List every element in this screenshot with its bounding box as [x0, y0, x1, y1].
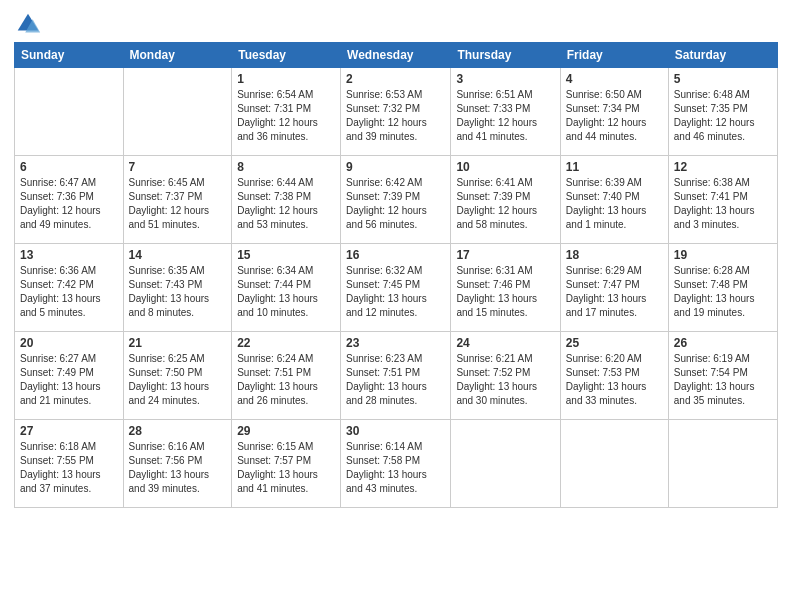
day-info: Sunrise: 6:32 AM Sunset: 7:45 PM Dayligh…: [346, 264, 445, 320]
day-info: Sunrise: 6:28 AM Sunset: 7:48 PM Dayligh…: [674, 264, 772, 320]
calendar-cell: 9Sunrise: 6:42 AM Sunset: 7:39 PM Daylig…: [341, 156, 451, 244]
day-number: 26: [674, 336, 772, 350]
day-info: Sunrise: 6:25 AM Sunset: 7:50 PM Dayligh…: [129, 352, 227, 408]
day-number: 7: [129, 160, 227, 174]
day-info: Sunrise: 6:31 AM Sunset: 7:46 PM Dayligh…: [456, 264, 554, 320]
day-number: 30: [346, 424, 445, 438]
calendar-cell: 22Sunrise: 6:24 AM Sunset: 7:51 PM Dayli…: [232, 332, 341, 420]
week-row-3: 13Sunrise: 6:36 AM Sunset: 7:42 PM Dayli…: [15, 244, 778, 332]
day-number: 29: [237, 424, 335, 438]
day-info: Sunrise: 6:38 AM Sunset: 7:41 PM Dayligh…: [674, 176, 772, 232]
calendar-cell: 1Sunrise: 6:54 AM Sunset: 7:31 PM Daylig…: [232, 68, 341, 156]
day-info: Sunrise: 6:16 AM Sunset: 7:56 PM Dayligh…: [129, 440, 227, 496]
day-number: 4: [566, 72, 663, 86]
calendar-cell: 6Sunrise: 6:47 AM Sunset: 7:36 PM Daylig…: [15, 156, 124, 244]
day-number: 18: [566, 248, 663, 262]
day-info: Sunrise: 6:48 AM Sunset: 7:35 PM Dayligh…: [674, 88, 772, 144]
day-info: Sunrise: 6:21 AM Sunset: 7:52 PM Dayligh…: [456, 352, 554, 408]
weekday-header-monday: Monday: [123, 43, 232, 68]
calendar-cell: 12Sunrise: 6:38 AM Sunset: 7:41 PM Dayli…: [668, 156, 777, 244]
calendar-cell: 23Sunrise: 6:23 AM Sunset: 7:51 PM Dayli…: [341, 332, 451, 420]
weekday-header-tuesday: Tuesday: [232, 43, 341, 68]
day-number: 3: [456, 72, 554, 86]
day-info: Sunrise: 6:18 AM Sunset: 7:55 PM Dayligh…: [20, 440, 118, 496]
calendar-cell: [668, 420, 777, 508]
calendar-cell: 17Sunrise: 6:31 AM Sunset: 7:46 PM Dayli…: [451, 244, 560, 332]
logo: [14, 10, 46, 38]
day-info: Sunrise: 6:47 AM Sunset: 7:36 PM Dayligh…: [20, 176, 118, 232]
day-number: 2: [346, 72, 445, 86]
day-info: Sunrise: 6:24 AM Sunset: 7:51 PM Dayligh…: [237, 352, 335, 408]
week-row-5: 27Sunrise: 6:18 AM Sunset: 7:55 PM Dayli…: [15, 420, 778, 508]
day-number: 9: [346, 160, 445, 174]
day-info: Sunrise: 6:44 AM Sunset: 7:38 PM Dayligh…: [237, 176, 335, 232]
weekday-header-thursday: Thursday: [451, 43, 560, 68]
calendar-cell: [560, 420, 668, 508]
calendar-cell: [451, 420, 560, 508]
day-info: Sunrise: 6:29 AM Sunset: 7:47 PM Dayligh…: [566, 264, 663, 320]
day-number: 12: [674, 160, 772, 174]
day-number: 25: [566, 336, 663, 350]
week-row-2: 6Sunrise: 6:47 AM Sunset: 7:36 PM Daylig…: [15, 156, 778, 244]
calendar-cell: 29Sunrise: 6:15 AM Sunset: 7:57 PM Dayli…: [232, 420, 341, 508]
week-row-1: 1Sunrise: 6:54 AM Sunset: 7:31 PM Daylig…: [15, 68, 778, 156]
calendar-cell: 10Sunrise: 6:41 AM Sunset: 7:39 PM Dayli…: [451, 156, 560, 244]
calendar-cell: 8Sunrise: 6:44 AM Sunset: 7:38 PM Daylig…: [232, 156, 341, 244]
calendar-cell: 28Sunrise: 6:16 AM Sunset: 7:56 PM Dayli…: [123, 420, 232, 508]
day-number: 8: [237, 160, 335, 174]
calendar-cell: 20Sunrise: 6:27 AM Sunset: 7:49 PM Dayli…: [15, 332, 124, 420]
calendar-cell: 11Sunrise: 6:39 AM Sunset: 7:40 PM Dayli…: [560, 156, 668, 244]
day-number: 13: [20, 248, 118, 262]
day-number: 20: [20, 336, 118, 350]
day-number: 27: [20, 424, 118, 438]
calendar-cell: 26Sunrise: 6:19 AM Sunset: 7:54 PM Dayli…: [668, 332, 777, 420]
day-number: 16: [346, 248, 445, 262]
day-info: Sunrise: 6:19 AM Sunset: 7:54 PM Dayligh…: [674, 352, 772, 408]
calendar-cell: 3Sunrise: 6:51 AM Sunset: 7:33 PM Daylig…: [451, 68, 560, 156]
calendar-cell: 2Sunrise: 6:53 AM Sunset: 7:32 PM Daylig…: [341, 68, 451, 156]
calendar-cell: 19Sunrise: 6:28 AM Sunset: 7:48 PM Dayli…: [668, 244, 777, 332]
day-info: Sunrise: 6:35 AM Sunset: 7:43 PM Dayligh…: [129, 264, 227, 320]
day-number: 5: [674, 72, 772, 86]
day-info: Sunrise: 6:53 AM Sunset: 7:32 PM Dayligh…: [346, 88, 445, 144]
day-number: 15: [237, 248, 335, 262]
weekday-header-row: SundayMondayTuesdayWednesdayThursdayFrid…: [15, 43, 778, 68]
day-info: Sunrise: 6:45 AM Sunset: 7:37 PM Dayligh…: [129, 176, 227, 232]
weekday-header-saturday: Saturday: [668, 43, 777, 68]
day-info: Sunrise: 6:54 AM Sunset: 7:31 PM Dayligh…: [237, 88, 335, 144]
day-number: 10: [456, 160, 554, 174]
day-info: Sunrise: 6:51 AM Sunset: 7:33 PM Dayligh…: [456, 88, 554, 144]
page: SundayMondayTuesdayWednesdayThursdayFrid…: [0, 0, 792, 612]
calendar-cell: 16Sunrise: 6:32 AM Sunset: 7:45 PM Dayli…: [341, 244, 451, 332]
day-info: Sunrise: 6:23 AM Sunset: 7:51 PM Dayligh…: [346, 352, 445, 408]
calendar-cell: 21Sunrise: 6:25 AM Sunset: 7:50 PM Dayli…: [123, 332, 232, 420]
calendar-cell: 4Sunrise: 6:50 AM Sunset: 7:34 PM Daylig…: [560, 68, 668, 156]
calendar-cell: [15, 68, 124, 156]
calendar-cell: [123, 68, 232, 156]
day-number: 19: [674, 248, 772, 262]
calendar-cell: 15Sunrise: 6:34 AM Sunset: 7:44 PM Dayli…: [232, 244, 341, 332]
day-info: Sunrise: 6:34 AM Sunset: 7:44 PM Dayligh…: [237, 264, 335, 320]
day-info: Sunrise: 6:41 AM Sunset: 7:39 PM Dayligh…: [456, 176, 554, 232]
day-info: Sunrise: 6:15 AM Sunset: 7:57 PM Dayligh…: [237, 440, 335, 496]
calendar-cell: 5Sunrise: 6:48 AM Sunset: 7:35 PM Daylig…: [668, 68, 777, 156]
header: [14, 10, 778, 38]
day-info: Sunrise: 6:20 AM Sunset: 7:53 PM Dayligh…: [566, 352, 663, 408]
day-number: 23: [346, 336, 445, 350]
day-info: Sunrise: 6:27 AM Sunset: 7:49 PM Dayligh…: [20, 352, 118, 408]
calendar-cell: 25Sunrise: 6:20 AM Sunset: 7:53 PM Dayli…: [560, 332, 668, 420]
day-number: 11: [566, 160, 663, 174]
day-number: 21: [129, 336, 227, 350]
day-info: Sunrise: 6:14 AM Sunset: 7:58 PM Dayligh…: [346, 440, 445, 496]
day-number: 1: [237, 72, 335, 86]
calendar-cell: 7Sunrise: 6:45 AM Sunset: 7:37 PM Daylig…: [123, 156, 232, 244]
calendar-cell: 30Sunrise: 6:14 AM Sunset: 7:58 PM Dayli…: [341, 420, 451, 508]
day-number: 24: [456, 336, 554, 350]
day-number: 28: [129, 424, 227, 438]
calendar-table: SundayMondayTuesdayWednesdayThursdayFrid…: [14, 42, 778, 508]
day-info: Sunrise: 6:39 AM Sunset: 7:40 PM Dayligh…: [566, 176, 663, 232]
week-row-4: 20Sunrise: 6:27 AM Sunset: 7:49 PM Dayli…: [15, 332, 778, 420]
weekday-header-sunday: Sunday: [15, 43, 124, 68]
day-number: 17: [456, 248, 554, 262]
calendar-cell: 27Sunrise: 6:18 AM Sunset: 7:55 PM Dayli…: [15, 420, 124, 508]
